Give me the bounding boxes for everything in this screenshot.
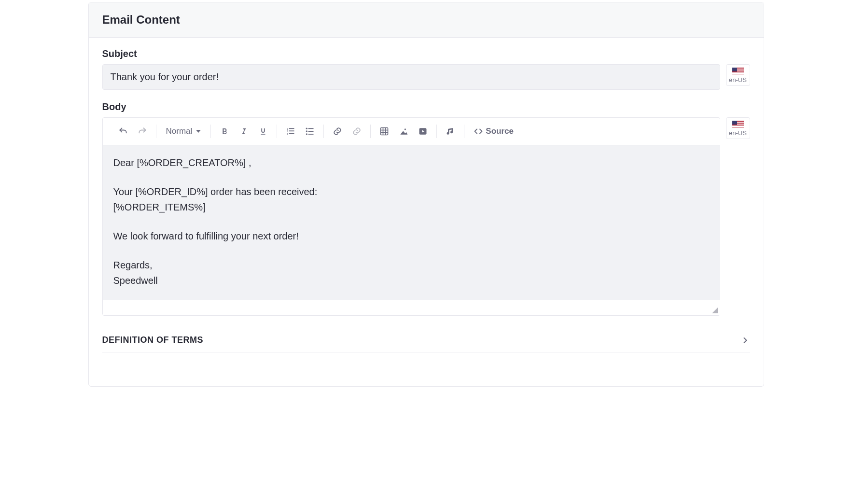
caret-down-icon (196, 130, 201, 133)
panel-body: Subject en-US Body (89, 38, 764, 386)
source-button[interactable]: Source (471, 125, 517, 138)
undo-button[interactable] (116, 125, 130, 138)
source-button-label: Source (486, 126, 514, 136)
chevron-right-icon (740, 336, 750, 345)
body-field-block: Body (102, 101, 750, 316)
svg-rect-9 (308, 128, 314, 129)
svg-rect-10 (308, 131, 314, 132)
body-line: Dear [%ORDER_CREATOR%] , (113, 157, 251, 168)
editor-toolbar: Normal (103, 118, 720, 145)
style-dropdown-label: Normal (166, 126, 193, 136)
subject-row: en-US (102, 64, 750, 90)
subject-locale-label: en-US (729, 76, 747, 84)
us-flag-icon (732, 68, 744, 74)
editor-content[interactable]: Dear [%ORDER_CREATOR%] , Your [%ORDER_ID… (103, 145, 720, 300)
body-main: Normal (102, 117, 720, 316)
svg-rect-3 (289, 128, 294, 129)
svg-rect-12 (381, 128, 388, 135)
subject-locale-picker[interactable]: en-US (726, 64, 750, 86)
audio-button[interactable] (444, 125, 457, 138)
body-row: Normal (102, 117, 750, 316)
email-content-panel: Email Content Subject en-US Body (88, 2, 764, 387)
body-locale-picker[interactable]: en-US (726, 117, 750, 139)
svg-text:3: 3 (287, 132, 288, 135)
ordered-list-button[interactable]: 123 (284, 125, 297, 138)
definition-of-terms-toggle[interactable]: DEFINITION OF TERMS (102, 327, 750, 352)
unordered-list-button[interactable] (303, 125, 317, 138)
link-button[interactable] (331, 125, 344, 138)
body-line: Regards, (113, 260, 153, 270)
unlink-button[interactable] (350, 125, 363, 138)
svg-point-7 (306, 130, 307, 132)
svg-point-8 (306, 133, 307, 135)
style-dropdown[interactable]: Normal (163, 125, 204, 138)
body-line: [%ORDER_ITEMS%] (113, 202, 206, 212)
rich-text-editor: Normal (102, 117, 720, 316)
panel-header: Email Content (89, 2, 764, 38)
resize-handle[interactable] (712, 308, 718, 313)
subject-main (102, 64, 720, 90)
svg-rect-4 (289, 130, 294, 131)
body-line: We look forward to fulfilling your next … (113, 231, 299, 241)
table-button[interactable] (377, 125, 391, 138)
subject-label: Subject (102, 48, 750, 59)
subject-field-block: Subject en-US (102, 48, 750, 90)
body-line: Speedwell (113, 275, 158, 286)
svg-point-6 (306, 128, 307, 129)
us-flag-icon (732, 121, 744, 127)
panel-title: Email Content (102, 13, 750, 27)
image-button[interactable] (397, 125, 410, 138)
bold-button[interactable] (218, 125, 231, 138)
redo-button[interactable] (136, 125, 149, 138)
svg-rect-11 (308, 134, 314, 135)
definition-of-terms-title: DEFINITION OF TERMS (102, 335, 204, 345)
code-icon (474, 127, 483, 136)
editor-footer (103, 300, 720, 315)
body-label: Body (102, 101, 750, 112)
svg-point-17 (405, 128, 406, 130)
body-line: Your [%ORDER_ID%] order has been receive… (113, 186, 318, 197)
video-button[interactable] (416, 125, 430, 138)
body-locale-label: en-US (729, 129, 747, 137)
subject-input[interactable] (102, 64, 720, 90)
italic-button[interactable] (237, 125, 251, 138)
svg-rect-5 (289, 133, 294, 134)
underline-button[interactable] (256, 125, 270, 138)
